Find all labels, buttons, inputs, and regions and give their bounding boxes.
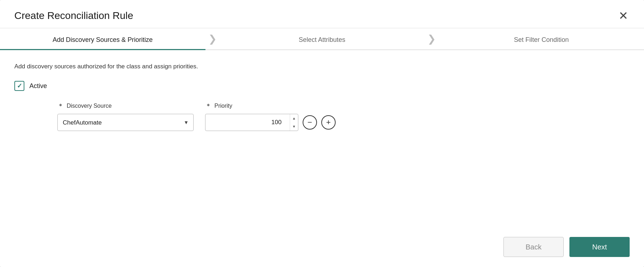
step-arrow-2: ❯ xyxy=(425,33,439,45)
step-set-filter: Set Filter Condition xyxy=(439,28,644,49)
priority-increment-btn[interactable]: ▲ xyxy=(290,114,298,122)
priority-wrap: ▲ ▼ − + xyxy=(205,114,336,131)
stepper: Add Discovery Sources & Prioritize ❯ Sel… xyxy=(0,28,644,50)
priority-group: ＊ Priority ▲ ▼ − + xyxy=(205,102,336,131)
step-arrow-1: ❯ xyxy=(205,33,219,45)
next-button[interactable]: Next xyxy=(569,237,630,257)
modal-body: Add discovery sources authorized for the… xyxy=(0,50,644,231)
discovery-source-label-text: Discovery Source xyxy=(67,103,112,109)
create-reconciliation-rule-modal: Create Reconciliation Rule ✕ Add Discove… xyxy=(0,0,644,267)
priority-label: ＊ Priority xyxy=(205,102,336,110)
step-2-label: Select Attributes xyxy=(299,36,345,44)
priority-label-text: Priority xyxy=(214,103,232,109)
discovery-source-label: ＊ Discovery Source xyxy=(57,102,194,110)
fields-row: ＊ Discovery Source ChefAutomate ServiceN… xyxy=(57,102,630,131)
discovery-source-group: ＊ Discovery Source ChefAutomate ServiceN… xyxy=(57,102,194,131)
modal-header: Create Reconciliation Rule ✕ xyxy=(0,0,644,28)
step-add-discovery: Add Discovery Sources & Prioritize xyxy=(0,28,205,49)
minus-icon: − xyxy=(308,118,312,126)
active-checkbox[interactable]: ✓ xyxy=(14,81,24,91)
remove-row-button[interactable]: − xyxy=(303,115,317,130)
active-row: ✓ Active xyxy=(14,81,630,91)
back-button[interactable]: Back xyxy=(503,237,564,257)
modal-footer: Back Next xyxy=(0,231,644,267)
close-button[interactable]: ✕ xyxy=(617,10,630,21)
priority-decrement-btn[interactable]: ▼ xyxy=(290,122,298,131)
add-row-button[interactable]: + xyxy=(321,115,336,130)
description-text: Add discovery sources authorized for the… xyxy=(14,63,630,70)
step-1-label: Add Discovery Sources & Prioritize xyxy=(53,36,153,44)
priority-input-wrap: ▲ ▼ xyxy=(205,114,298,131)
chevron-right-icon-2: ❯ xyxy=(427,33,436,45)
modal-title: Create Reconciliation Rule xyxy=(14,10,133,21)
step-3-label: Set Filter Condition xyxy=(514,36,569,44)
required-star-discovery: ＊ xyxy=(57,102,64,110)
discovery-source-select-wrap: ChefAutomate ServiceNow Puppet Chef ▼ xyxy=(57,114,194,131)
priority-input[interactable] xyxy=(205,114,290,131)
plus-icon: + xyxy=(326,118,331,126)
check-icon: ✓ xyxy=(17,82,22,90)
chevron-right-icon: ❯ xyxy=(208,33,217,45)
step-select-attributes: Select Attributes xyxy=(219,28,425,49)
active-label: Active xyxy=(29,82,47,90)
required-star-priority: ＊ xyxy=(205,102,212,110)
discovery-source-select[interactable]: ChefAutomate ServiceNow Puppet Chef xyxy=(57,114,194,131)
priority-spinner: ▲ ▼ xyxy=(290,114,298,131)
